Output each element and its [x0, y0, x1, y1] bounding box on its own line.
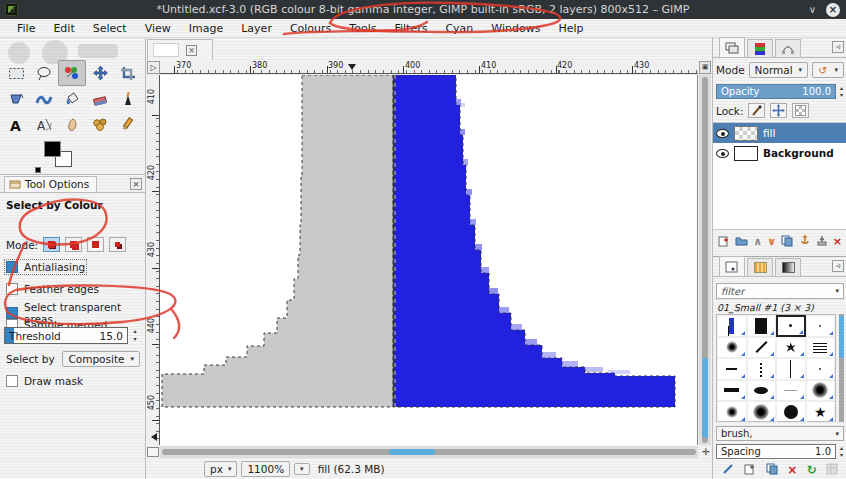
brush-thumbnail[interactable] [747, 315, 777, 337]
brush-thumbnail[interactable] [776, 337, 806, 359]
refresh-brushes-button[interactable]: ↻ [807, 464, 817, 477]
select-by-dropdown[interactable]: Composite ▾ [62, 351, 140, 367]
tool-options-tab[interactable]: Tool Options [4, 176, 97, 192]
crop-tool-icon[interactable] [114, 60, 142, 86]
image-tab[interactable]: × [147, 39, 213, 60]
tab-layers[interactable] [719, 37, 745, 57]
menu-help[interactable]: Help [549, 20, 592, 37]
menu-cyan[interactable]: Cyan [436, 20, 482, 37]
foreground-colour-swatch[interactable] [44, 141, 61, 157]
brush-thumbnail[interactable] [806, 315, 836, 337]
brush-thumbnail[interactable] [806, 358, 836, 380]
tab-channels[interactable] [747, 39, 773, 57]
mode-replace-button[interactable] [43, 237, 60, 252]
lock-position-button[interactable] [770, 103, 787, 118]
tab-brushes[interactable] [719, 256, 745, 276]
rectangle-select-tool-icon[interactable] [2, 60, 30, 86]
brush-thumbnail[interactable] [747, 380, 777, 402]
unified-transform-tool-icon[interactable] [2, 86, 30, 112]
brush-thumbnail[interactable] [806, 337, 836, 359]
brush-thumbnail[interactable] [717, 380, 747, 402]
brush-filter-input[interactable]: filter ▾ [716, 283, 844, 299]
select-by-colour-tool-icon[interactable] [58, 60, 86, 86]
ink-tool-icon[interactable] [114, 86, 142, 112]
eraser-tool-icon[interactable] [86, 86, 114, 112]
move-tool-icon[interactable] [86, 60, 114, 86]
clone-tool-icon[interactable] [86, 112, 114, 138]
brush-thumbnail[interactable] [717, 358, 747, 380]
brush-thumbnail[interactable]: ★ [806, 401, 836, 423]
delete-brush-button[interactable]: × [787, 464, 797, 477]
menu-view[interactable]: View [136, 20, 180, 37]
anchor-layer-button[interactable] [799, 235, 811, 250]
raise-layer-button[interactable]: ∧ [753, 236, 762, 248]
visibility-eye-icon[interactable] [716, 129, 729, 138]
menu-image[interactable]: Image [180, 20, 232, 37]
new-brush-button[interactable] [744, 463, 756, 478]
antialiasing-checkbox[interactable]: Antialiasing [6, 261, 85, 273]
menu-tools[interactable]: Tools [340, 20, 385, 37]
configure-tab-icon[interactable]: ◃ [832, 260, 844, 272]
text-tool-icon[interactable]: A [2, 112, 30, 138]
edit-brush-button[interactable] [722, 463, 735, 478]
brush-thumbnail[interactable] [717, 401, 747, 423]
brush-thumbnail[interactable] [776, 315, 806, 337]
menu-layer[interactable]: Layer [232, 20, 281, 37]
zoom-dropdown[interactable]: ▾ [294, 463, 310, 475]
zoom-value[interactable]: 1100% [241, 461, 290, 477]
mode-add-button[interactable] [65, 237, 82, 252]
duplicate-layer-button[interactable] [781, 235, 793, 250]
pencil-tool-icon[interactable] [114, 112, 142, 138]
measure-tool-icon[interactable]: A [30, 112, 58, 138]
brush-thumbnail[interactable] [747, 358, 777, 380]
mode-subtract-button[interactable] [87, 237, 104, 252]
vertical-ruler[interactable]: 410 420 430 440 450 [147, 75, 160, 445]
smudge-tool-icon[interactable] [58, 112, 86, 138]
duplicate-brush-button[interactable] [766, 463, 778, 478]
scrollbar-thumb[interactable] [389, 449, 435, 455]
brush-thumbnail[interactable] [747, 401, 777, 423]
scrollbar-thumb[interactable] [839, 316, 844, 358]
brush-grid-scrollbar[interactable] [839, 314, 844, 422]
opacity-slider[interactable]: Opacity 100.0 [716, 84, 836, 99]
threshold-spinner[interactable]: ▴▾ [130, 327, 140, 344]
horizontal-scrollbar[interactable] [160, 446, 698, 458]
bucket-fill-tool-icon[interactable] [58, 86, 86, 112]
layer-row-background[interactable]: Background [713, 143, 846, 163]
default-colours-icon[interactable] [35, 167, 41, 173]
configure-tab-icon[interactable]: ◃ [832, 41, 844, 53]
horizontal-ruler[interactable]: 370 380 390 400 410 420 430 [160, 61, 698, 74]
menu-filters[interactable]: Filters [385, 20, 436, 37]
close-button[interactable]: × [826, 3, 840, 17]
brush-thumbnail[interactable] [717, 315, 747, 337]
lower-layer-button[interactable]: ∨ [767, 236, 776, 248]
visibility-eye-icon[interactable] [716, 149, 729, 158]
brush-thumbnail[interactable] [776, 401, 806, 423]
image-tab-close-icon[interactable]: × [186, 45, 197, 56]
feather-edges-checkbox[interactable]: Feather edges [6, 283, 99, 295]
brush-tag-dropdown[interactable]: brush, ▾ [716, 426, 844, 441]
lock-alpha-button[interactable] [792, 103, 809, 118]
open-brush-as-image-button[interactable] [826, 463, 838, 478]
canvas-viewport[interactable] [160, 75, 698, 445]
tab-gradients[interactable] [775, 258, 801, 276]
menu-colours[interactable]: Colours [281, 20, 340, 37]
menu-select[interactable]: Select [84, 20, 136, 37]
merge-layer-button[interactable] [816, 235, 828, 250]
lock-pixels-button[interactable] [748, 103, 765, 118]
mode-intersect-button[interactable] [109, 237, 126, 252]
ruler-corner-button[interactable]: ▷ [147, 61, 160, 74]
warp-transform-tool-icon[interactable] [30, 86, 58, 112]
draw-mask-checkbox[interactable]: Draw mask [6, 375, 83, 387]
close-dock-icon[interactable]: × [130, 178, 142, 190]
fg-bg-colour-swatches[interactable] [44, 141, 78, 171]
new-layer-button[interactable] [718, 235, 730, 250]
navigation-icon[interactable]: ✛ [700, 446, 712, 458]
layer-row-fill[interactable]: fill [713, 123, 846, 143]
unit-dropdown[interactable]: px ▾ [204, 461, 237, 477]
vertical-scrollbar[interactable] [699, 75, 711, 445]
delete-layer-button[interactable]: × [833, 236, 842, 248]
threshold-slider[interactable]: Threshold 15.0 [4, 327, 128, 344]
brush-thumbnail[interactable] [776, 358, 806, 380]
brush-thumbnail[interactable] [806, 380, 836, 402]
